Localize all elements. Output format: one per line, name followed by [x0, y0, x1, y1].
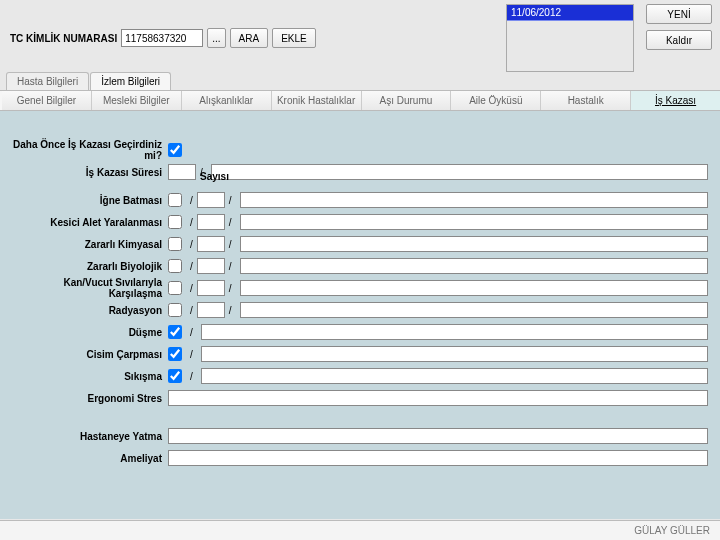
- label-sikisma: Sıkışma: [12, 371, 168, 382]
- chk-igne[interactable]: [168, 193, 182, 207]
- kesici-n[interactable]: [197, 214, 225, 230]
- igne-n[interactable]: [197, 192, 225, 208]
- chk-dusme[interactable]: [168, 325, 182, 339]
- tab-genel[interactable]: Genel Bilgiler: [2, 91, 92, 110]
- form-panel: Daha Önce İş Kazası Geçirdiniz mi? İş Ka…: [0, 111, 720, 519]
- secondary-tabs: Genel Bilgiler Mesleki Bilgiler Alışkanl…: [0, 90, 720, 111]
- ergonomi-desc[interactable]: [168, 390, 708, 406]
- tab-hasta-bilgileri[interactable]: Hasta Bilgileri: [6, 72, 89, 90]
- tab-kronik[interactable]: Kronik Hastalıklar: [272, 91, 362, 110]
- record-list[interactable]: 11/06/2012: [506, 4, 634, 72]
- dusme-desc[interactable]: [201, 324, 708, 340]
- lookup-button[interactable]: ...: [207, 28, 225, 48]
- kimyasal-n[interactable]: [197, 236, 225, 252]
- ekle-button[interactable]: EKLE: [272, 28, 316, 48]
- kan-n[interactable]: [197, 280, 225, 296]
- biyolojik-desc[interactable]: [240, 258, 708, 274]
- kaldir-button[interactable]: Kaldır: [646, 30, 712, 50]
- kesici-desc[interactable]: [240, 214, 708, 230]
- tab-hastalik[interactable]: Hastalık: [541, 91, 631, 110]
- radyasyon-n[interactable]: [197, 302, 225, 318]
- chk-kan[interactable]: [168, 281, 182, 295]
- tc-label: TC KİMLİK NUMARASI: [10, 33, 117, 44]
- kan-desc[interactable]: [240, 280, 708, 296]
- ara-button[interactable]: ARA: [230, 28, 269, 48]
- tab-mesleki[interactable]: Mesleki Bilgiler: [92, 91, 182, 110]
- status-bar: GÜLAY GÜLLER: [0, 520, 720, 540]
- chk-daha-once[interactable]: [168, 143, 182, 157]
- chk-kesici[interactable]: [168, 215, 182, 229]
- label-ergonomi: Ergonomi Stres: [12, 393, 168, 404]
- tab-aliskanlik[interactable]: Alışkanlıklar: [182, 91, 272, 110]
- label-hastane: Hastaneye Yatma: [12, 431, 168, 442]
- cisim-desc[interactable]: [201, 346, 708, 362]
- label-daha-once: Daha Önce İş Kazası Geçirdiniz mi?: [12, 139, 168, 161]
- igne-desc[interactable]: [240, 192, 708, 208]
- label-igne: İğne Batması: [12, 195, 168, 206]
- tab-izlem-bilgileri[interactable]: İzlem Bilgileri: [90, 72, 171, 90]
- sikisma-desc[interactable]: [201, 368, 708, 384]
- sayisi-header: Sayısı: [200, 171, 229, 182]
- label-suresi: İş Kazası Süresi: [12, 167, 168, 178]
- yeni-button[interactable]: YENİ: [646, 4, 712, 24]
- label-kan: Kan/Vucut Sıvılarıyla Karşılaşma: [12, 277, 168, 299]
- ameliyat-input[interactable]: [168, 450, 708, 466]
- label-ameliyat: Ameliyat: [12, 453, 168, 464]
- label-radyasyon: Radyasyon: [12, 305, 168, 316]
- tc-input[interactable]: [121, 29, 203, 47]
- chk-kimyasal[interactable]: [168, 237, 182, 251]
- status-user: GÜLAY GÜLLER: [634, 525, 710, 536]
- label-dusme: Düşme: [12, 327, 168, 338]
- primary-tabs: Hasta Bilgileri İzlem Bilgileri: [0, 72, 720, 90]
- label-kimyasal: Zararlı Kimyasal: [12, 239, 168, 250]
- header-area: TC KİMLİK NUMARASI ... ARA EKLE 11/06/20…: [0, 0, 720, 72]
- label-biyolojik: Zararlı Biyolojik: [12, 261, 168, 272]
- chk-sikisma[interactable]: [168, 369, 182, 383]
- tab-asi[interactable]: Aşı Durumu: [362, 91, 452, 110]
- chk-biyolojik[interactable]: [168, 259, 182, 273]
- tab-aile[interactable]: Aile Öyküsü: [451, 91, 541, 110]
- label-cisim: Cisim Çarpması: [12, 349, 168, 360]
- label-kesici: Kesici Alet Yaralanması: [12, 217, 168, 228]
- chk-cisim[interactable]: [168, 347, 182, 361]
- biyolojik-n[interactable]: [197, 258, 225, 274]
- suresi-desc[interactable]: [211, 164, 708, 180]
- chk-radyasyon[interactable]: [168, 303, 182, 317]
- suresi-1[interactable]: [168, 164, 196, 180]
- kimyasal-desc[interactable]: [240, 236, 708, 252]
- tab-iskazasi[interactable]: İş Kazası: [631, 91, 720, 110]
- hastane-input[interactable]: [168, 428, 708, 444]
- record-list-item[interactable]: 11/06/2012: [507, 5, 633, 21]
- radyasyon-desc[interactable]: [240, 302, 708, 318]
